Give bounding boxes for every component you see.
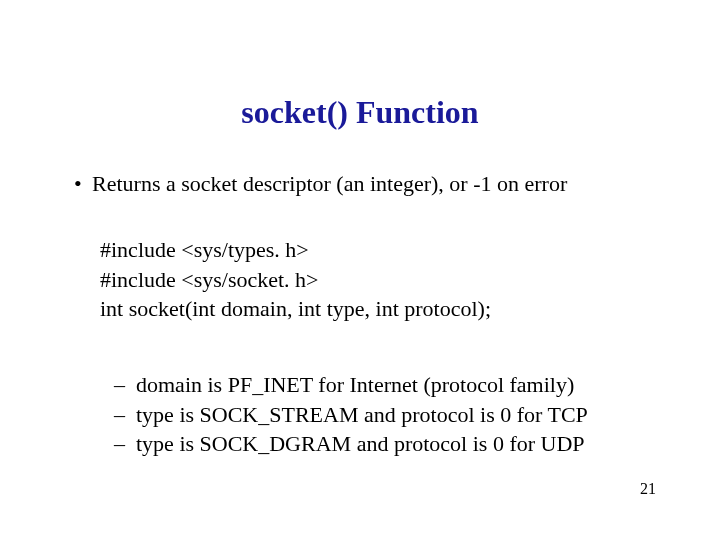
- dash-marker-icon: –: [114, 429, 136, 459]
- slide: socket() Function •Returns a socket desc…: [0, 0, 720, 540]
- sub-bullet-item-2: –type is SOCK_STREAM and protocol is 0 f…: [114, 400, 588, 430]
- page-number: 21: [640, 480, 656, 498]
- bullet-item: •Returns a socket descriptor (an integer…: [74, 171, 567, 197]
- sub-bullet-item-1: –domain is PF_INET for Internet (protoco…: [114, 370, 588, 400]
- sub-bullet-list: –domain is PF_INET for Internet (protoco…: [114, 370, 588, 459]
- code-line-3: int socket(int domain, int type, int pro…: [100, 294, 491, 324]
- code-block: #include <sys/types. h> #include <sys/so…: [100, 235, 491, 324]
- code-line-2: #include <sys/socket. h>: [100, 265, 491, 295]
- bullet-marker-icon: •: [74, 171, 92, 197]
- dash-marker-icon: –: [114, 370, 136, 400]
- code-line-1: #include <sys/types. h>: [100, 235, 491, 265]
- sub-bullet-text-3: type is SOCK_DGRAM and protocol is 0 for…: [136, 431, 585, 456]
- bullet-text: Returns a socket descriptor (an integer)…: [92, 171, 567, 196]
- sub-bullet-text-2: type is SOCK_STREAM and protocol is 0 fo…: [136, 402, 588, 427]
- sub-bullet-text-1: domain is PF_INET for Internet (protocol…: [136, 372, 574, 397]
- sub-bullet-item-3: –type is SOCK_DGRAM and protocol is 0 fo…: [114, 429, 588, 459]
- dash-marker-icon: –: [114, 400, 136, 430]
- slide-title: socket() Function: [0, 94, 720, 131]
